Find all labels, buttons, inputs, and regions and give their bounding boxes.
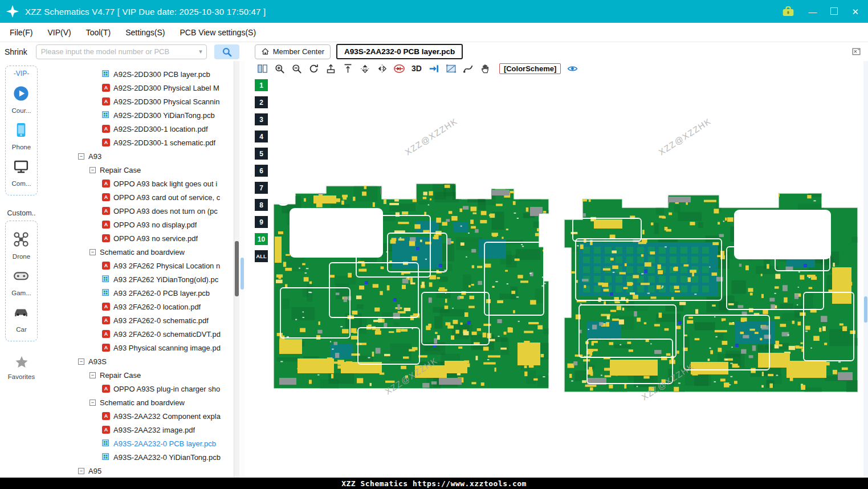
collapse-toggle-icon[interactable]: − [78,468,84,474]
tree-file-item[interactable]: A93S-2AA232-0 YiDianTong.pcb [43,450,239,464]
tree-file-item[interactable]: AA93S-2AA232 Component expla [43,409,239,423]
collapse-toggle-icon[interactable]: − [89,167,96,173]
sidebar-item-drone[interactable]: Drone [11,231,31,260]
pdf-file-icon: A [102,221,110,229]
tree-file-item[interactable]: AOPPO A93 card out of service, c [43,190,239,204]
splitter-handle[interactable] [241,258,244,290]
tree-file-item[interactable]: A93S-2AA232-0 PCB layer.pcb [43,437,239,450]
tree-file-item[interactable]: AA92S-2DD300-1 location.pdf [43,122,239,136]
viewer-scrollbar[interactable] [863,61,868,478]
tree-file-item[interactable]: AA92S-2DD300 Physical Label M [43,81,239,95]
zoom-out-icon[interactable] [291,63,302,74]
sidebar-item-cour[interactable]: Cour... [12,85,31,114]
minimize-button[interactable]: — [808,7,817,16]
zoom-in-icon[interactable] [274,63,285,74]
tree-file-item[interactable]: AA93 2FA262-0 schematicDVT.pd [43,327,239,341]
tree-file-item[interactable]: AOPPO A93 back light goes out i [43,177,239,190]
tree-node[interactable]: −Repair Case [43,368,239,382]
move-to-top-icon[interactable] [342,63,353,74]
split-view-icon[interactable] [256,63,268,74]
menu-item-2[interactable]: Tool(T) [79,28,119,37]
select-area-icon[interactable] [446,63,457,74]
tree-file-item[interactable]: AA92S-2DD300 Physical Scannin [43,95,239,108]
3d-toggle[interactable]: 3D [410,64,423,73]
pcb-canvas[interactable]: XZZ@XZZHKXZZ@XZZHKXZZ@XZZHKXZZ@XZZHK [245,76,868,478]
flip-horizontal-icon[interactable] [376,63,388,74]
diode-mode-icon[interactable] [393,63,405,74]
layer-button-8[interactable]: 8 [255,199,268,211]
tree-scrollbar[interactable] [234,61,239,478]
custom-label: Custom.. [0,209,43,217]
sidebar-item-car[interactable]: Car [11,304,31,333]
layer-button-4[interactable]: 4 [255,131,268,142]
tree-file-item[interactable]: AOPPO A93 no display.pdf [43,218,239,231]
sidebar-item-com[interactable]: Com... [12,158,31,187]
tree-file-item[interactable]: AOPPO A93 no service.pdf [43,231,239,245]
maximize-button[interactable] [830,7,838,16]
menu-item-4[interactable]: PCB View settings(S) [172,28,263,37]
layer-button-5[interactable]: 5 [255,148,268,160]
tree-item-label: OPPO A93 does not turn on (pc [113,207,218,215]
collapse-toggle-icon[interactable]: − [89,400,96,406]
menu-bar: File(F)VIP(V)Tool(T)Settings(S)PCB View … [0,23,868,42]
flip-vertical-icon[interactable] [359,63,370,74]
collapse-toggle-icon[interactable]: − [78,358,84,365]
model-search-box[interactable]: ▾ [36,44,207,59]
tree-file-item[interactable]: A92S-2DD300 YiDianTong.pcb [43,108,239,122]
sidebar-item-gam[interactable]: Gam... [11,268,31,296]
vip-safe-icon[interactable] [782,6,794,17]
tree-node[interactable]: −A93S [43,354,239,368]
collapse-toggle-icon[interactable]: − [89,372,96,378]
tree-file-item[interactable]: AOPPO A93 does not turn on (pc [43,204,239,218]
tree-file-item[interactable]: AOPPO A93S plug-in charger sho [43,382,239,396]
tree-file-item[interactable]: AA93 2FA262-0 location.pdf [43,300,239,313]
member-center-button[interactable]: Member Center [255,44,331,59]
layer-button-10[interactable]: 10 [255,233,268,245]
tree-item-label: A93 2FA262-0 PCB layer.pcb [113,289,210,298]
export-up-icon[interactable] [325,63,336,74]
tree-file-item[interactable]: A93 2FA262-0 PCB layer.pcb [43,286,239,300]
refresh-icon[interactable] [308,63,319,74]
tree-file-item[interactable]: AA92S-2DD300-1 schematic.pdf [43,136,239,149]
chevron-down-icon[interactable]: ▾ [199,48,206,55]
layer-button-7[interactable]: 7 [255,182,268,194]
menu-item-1[interactable]: VIP(V) [40,28,78,37]
layer-button-9[interactable]: 9 [255,216,268,228]
search-input[interactable] [36,47,199,56]
menu-item-0[interactable]: File(F) [2,28,40,37]
tree-file-item[interactable]: A93 2FA262 YiDianTong(old).pc [43,272,239,286]
layer-button-all[interactable]: ALL [255,250,268,262]
open-pcb-tab[interactable]: A93S-2AA232-0 PCB layer.pcb [336,44,463,59]
tree-file-item[interactable]: AA93 2FA262 Physical Location n [43,259,239,272]
layer-button-2[interactable]: 2 [255,96,268,108]
tree-file-item[interactable]: AA93 2FA262-0 schematic.pdf [43,313,239,327]
layer-button-3[interactable]: 3 [255,113,268,125]
layer-button-6[interactable]: 6 [255,165,268,177]
shrink-button[interactable]: Shrink [5,47,27,56]
collapse-toggle-icon[interactable]: − [78,153,84,160]
close-button[interactable]: ✕ [851,7,859,16]
tree-file-item[interactable]: A92S-2DD300 PCB layer.pcb [43,67,239,81]
colorscheme-button[interactable]: [ColorScheme] [499,63,561,74]
tree-file-item[interactable]: AA93 Physical scanning image.pd [43,341,239,354]
collapse-toggle-icon[interactable]: − [89,249,96,255]
close-panel-icon[interactable] [851,47,868,56]
tree-node[interactable]: −A95 [43,464,239,478]
viewer-scrollbar-thumb[interactable] [864,296,867,323]
layer-button-1[interactable]: 1 [255,79,268,91]
tree-node[interactable]: −Repair Case [43,163,239,177]
curve-tool-icon[interactable] [463,63,474,74]
tree-node[interactable]: −Schematic and boardview [43,245,239,259]
visibility-eye-icon[interactable] [567,63,578,74]
sidebar-item-favorites[interactable]: Favorites [0,355,43,380]
sidebar-item-phone[interactable]: Phone [12,122,31,150]
panel-splitter[interactable] [239,61,245,478]
menu-item-3[interactable]: Settings(S) [118,28,172,37]
goto-layer-icon[interactable] [429,63,440,74]
tree-file-item[interactable]: AA93S-2AA232 image.pdf [43,423,239,437]
tree-node[interactable]: −Schematic and boardview [43,396,239,409]
pan-hand-icon[interactable] [480,63,491,74]
tree-scrollbar-thumb[interactable] [235,241,239,296]
search-button[interactable] [214,44,239,59]
tree-node[interactable]: −A93 [43,149,239,163]
